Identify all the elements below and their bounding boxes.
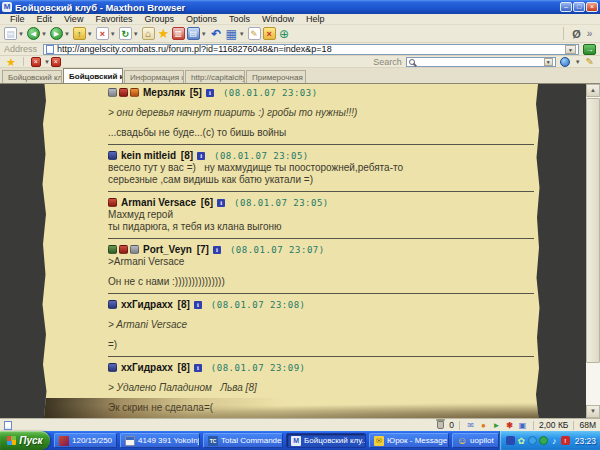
vertical-scrollbar[interactable]: ▲ ▼ — [586, 84, 600, 418]
highlighter-icon[interactable]: ✎ — [586, 57, 594, 67]
tile-windows-icon[interactable]: ▦ — [225, 27, 238, 40]
menu-item-window[interactable]: Window — [256, 14, 300, 24]
post-separator — [108, 238, 534, 239]
taskbar-button[interactable]: 4149 391 YokoInje... — [120, 433, 200, 448]
search-engine-globe-icon[interactable] — [560, 57, 570, 67]
scroll-down-icon[interactable]: ▼ — [586, 405, 600, 418]
menu-item-groups[interactable]: Groups — [138, 14, 180, 24]
back-dropdown-icon[interactable]: ▼ — [41, 31, 47, 37]
taskbar-button[interactable]: TCTotal Commander ... — [203, 433, 283, 448]
tray-guard-icon[interactable]: ! — [561, 436, 570, 445]
page-content: Мерзляк [5]i(08.01.07 23:03)> они деревь… — [0, 84, 586, 418]
taskbar-button-label: Total Commander ... — [221, 436, 283, 445]
tray-icq-icon[interactable]: ✿ — [517, 436, 526, 445]
info-icon[interactable]: i — [206, 89, 214, 97]
status-icons: ✉●►✱▣ — [465, 420, 528, 430]
organize-icon[interactable]: ▥ — [172, 27, 185, 40]
forward-icon[interactable]: ▶ — [50, 27, 63, 40]
forward-dropdown-icon[interactable]: ▼ — [64, 31, 70, 37]
external-icon[interactable]: ▣ — [517, 420, 528, 430]
post-author: Мерзляк — [143, 87, 188, 98]
ad-block-icon[interactable]: ● — [478, 420, 489, 430]
undo-icon[interactable]: ↶ — [210, 27, 223, 40]
tile-windows-dropdown-icon[interactable]: ▼ — [239, 31, 245, 37]
form-fill-dropdown-icon[interactable]: ▼ — [201, 31, 207, 37]
taskbar-button-label: 4149 391 YokoInje... — [138, 436, 200, 445]
clan-blue-icon — [108, 363, 117, 372]
tray-messenger-icon[interactable] — [528, 436, 537, 445]
menu-item-help[interactable]: Help — [300, 14, 331, 24]
info-icon[interactable]: i — [194, 301, 202, 309]
favorites-star-icon[interactable]: ★ — [6, 57, 16, 67]
home-icon[interactable]: ⌂ — [142, 27, 155, 40]
menu-item-tools[interactable]: Tools — [223, 14, 256, 24]
plugin-icon[interactable]: ► — [491, 420, 502, 430]
trash-icon[interactable] — [437, 421, 444, 429]
close-all-tabs-icon[interactable]: × — [51, 57, 61, 67]
post-level: [6] — [201, 197, 213, 208]
clan-gray-icon — [130, 245, 139, 254]
tc-icon: TC — [208, 436, 218, 446]
separator — [533, 421, 534, 430]
info-icon[interactable]: i — [217, 199, 225, 207]
page-icon — [46, 45, 54, 54]
close-tab-dropdown-icon[interactable]: ▼ — [44, 59, 50, 65]
tab-1[interactable]: Бойцовский клуб — [2, 70, 62, 83]
taskbar-button[interactable]: ☺uopilot — [452, 433, 499, 448]
filter-icon[interactable]: ✱ — [504, 420, 515, 430]
tab-3[interactable]: Информация о Fr... — [124, 70, 184, 83]
refresh-icon[interactable]: ↻ — [119, 27, 132, 40]
blank-line — [108, 331, 534, 339]
post-author: kein mitleid — [121, 150, 179, 161]
menu-item-options[interactable]: Options — [180, 14, 223, 24]
search-input[interactable]: ▼ — [406, 57, 556, 67]
menu-item-favorites[interactable]: Favorites — [89, 14, 138, 24]
post-timestamp: (08.01.07 23:05) — [234, 198, 329, 208]
minimize-button[interactable]: – — [560, 2, 572, 12]
close-button[interactable]: × — [586, 2, 598, 12]
menu-item-file[interactable]: File — [4, 14, 31, 24]
info-icon[interactable]: i — [194, 364, 202, 372]
tray-volume-icon[interactable]: ♪ — [550, 436, 559, 445]
address-dropdown[interactable]: ▼ — [565, 45, 576, 54]
taskbar-button[interactable]: ✉Юрок - Message — [369, 433, 449, 448]
address-label: Address — [4, 44, 37, 54]
info-icon[interactable]: i — [213, 246, 221, 254]
search-dropdown[interactable]: ▼ — [544, 58, 553, 66]
form-fill-icon[interactable]: ▤ — [187, 27, 200, 40]
tray-keyboard-icon[interactable] — [506, 436, 515, 445]
up-icon[interactable]: ↑ — [73, 27, 86, 40]
stop-dropdown-icon[interactable]: ▼ — [110, 31, 116, 37]
block-icon[interactable]: × — [263, 27, 276, 40]
go-button[interactable]: → — [583, 44, 596, 55]
new-page-icon[interactable]: ▤ — [4, 27, 17, 40]
world-clock-icon[interactable]: ⊕ — [278, 27, 291, 40]
notes-icon[interactable]: ✎ — [248, 27, 261, 40]
menu-item-view[interactable]: View — [58, 14, 89, 24]
restore-button[interactable]: □ — [573, 2, 585, 12]
mail-icon[interactable]: ✉ — [465, 420, 476, 430]
main-toolbar: ▤▼◀▼▶▼↑▼×▼↻▼⌂★▥▤▼↶▦▼✎×⊕Ø» — [0, 25, 600, 43]
taskbar-button[interactable]: 120/15/250 — [54, 433, 117, 448]
ad-hunter-icon[interactable]: Ø — [570, 27, 583, 40]
chevron-icon[interactable]: » — [583, 27, 596, 40]
tab-5[interactable]: Примерочная - D... — [246, 70, 306, 83]
scroll-up-icon[interactable]: ▲ — [586, 84, 600, 97]
tab-2[interactable]: Бойцовский клуб — [63, 68, 123, 83]
refresh-dropdown-icon[interactable]: ▼ — [133, 31, 139, 37]
stop-icon[interactable]: × — [96, 27, 109, 40]
menu-item-edit[interactable]: Edit — [31, 14, 59, 24]
address-input[interactable]: http://angelscity.combats.ru/forum.pl?id… — [43, 44, 579, 55]
scrollbar-thumb[interactable] — [586, 98, 600, 363]
tray-online-icon[interactable] — [539, 436, 548, 445]
search-engine-dropdown-icon[interactable]: ▼ — [575, 59, 581, 65]
tab-4[interactable]: http://capitalcity.c — [185, 70, 245, 83]
start-button[interactable]: Пуск — [0, 431, 50, 450]
info-icon[interactable]: i — [197, 152, 205, 160]
close-tab-icon[interactable]: × — [31, 57, 41, 67]
taskbar-button[interactable]: MБойцовский клу... — [286, 433, 366, 448]
new-page-dropdown-icon[interactable]: ▼ — [18, 31, 24, 37]
up-dropdown-icon[interactable]: ▼ — [87, 31, 93, 37]
favorites-icon[interactable]: ★ — [157, 27, 170, 40]
back-icon[interactable]: ◀ — [27, 27, 40, 40]
